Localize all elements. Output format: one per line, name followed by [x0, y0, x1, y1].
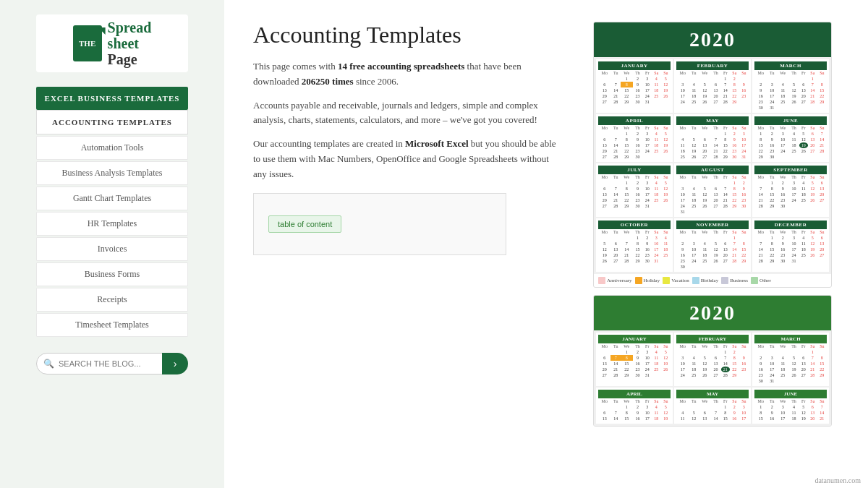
logo-icon-text: THE — [79, 39, 95, 48]
intro1-bold2: 206250 times — [302, 76, 354, 87]
excel-templates-header: EXCEL BUSINESS TEMPLATES — [36, 87, 188, 110]
month-february: FEBRUARY MoTuWeThFrSaSu 12 3456789 10111… — [674, 59, 751, 113]
month2-march: MARCH MoTuWeThFrSaSu 1 2345678 910111213… — [752, 333, 829, 386]
toc-section: table of content — [253, 193, 506, 255]
legend-other-label: Other — [760, 278, 771, 283]
legend-business-dot — [721, 277, 728, 284]
legend-holiday-label: Holiday — [644, 278, 660, 283]
legend-other-dot — [751, 277, 758, 284]
legend-vacation-dot — [663, 277, 670, 284]
intro-paragraph-2: Accounts payable and receivable, journal… — [253, 98, 564, 129]
sidebar-item-invoices[interactable]: Invoices — [36, 237, 188, 261]
calendar-card-2: 2020 JANUARY MoTuWeThFrSaSu 12345 678910… — [593, 295, 832, 427]
legend-birthday-dot — [692, 277, 699, 284]
sidebar-item-receipts[interactable]: Receipts — [36, 288, 188, 312]
legend-vacation: Vacation — [663, 277, 689, 284]
legend-business: Business — [721, 277, 748, 284]
sidebar-item-automation[interactable]: Automation Tools — [36, 136, 188, 160]
cal1-legend: Anniversary Holiday Vacation Birthday — [594, 274, 831, 287]
month-march: MARCH MoTuWeThFrSaSu 1 2345678 910111213… — [752, 59, 829, 113]
month-may: MAY MoTuWeThFrSaSu 123 45678910 11121314… — [674, 114, 751, 162]
watermark: datanumen.com — [814, 476, 861, 484]
legend-anniversary-dot — [598, 277, 605, 284]
logo-text: Spread sheet Page — [108, 20, 152, 67]
legend-business-label: Business — [730, 278, 748, 283]
sidebar-item-hr[interactable]: HR Templates — [36, 212, 188, 236]
search-icon: 🔍 — [43, 359, 54, 369]
month-october: OCTOBER MoTuWeThFrSaSu 1234 567891011 12… — [596, 218, 673, 272]
sidebar-item-business-analysis[interactable]: Business Analysis Templates — [36, 161, 188, 185]
intro1-text: This page comes with — [253, 61, 338, 72]
cal2-grid: JANUARY MoTuWeThFrSaSu 12345 6789101112 … — [594, 330, 831, 426]
content-layout: Accounting Templates This page comes wit… — [253, 22, 839, 427]
legend-anniversary: Anniversary — [598, 277, 632, 284]
logo-icon: THE — [73, 25, 102, 61]
intro3-start: Our accounting templates are created in — [253, 138, 405, 149]
legend-holiday: Holiday — [635, 277, 660, 284]
month-august: AUGUST MoTuWeThFrSaSu 12 3456789 1011121… — [674, 163, 751, 217]
month2-june: JUNE MoTuWeThFrSaSu 1234567 891011121314… — [752, 388, 829, 424]
month2-february: FEBRUARY MoTuWeThFrSaSu 12 3456789 10111… — [674, 333, 751, 386]
logo: THE Spread sheet Page — [36, 14, 188, 72]
sidebar-item-timesheet[interactable]: Timesheet Templates — [36, 313, 188, 337]
nav-section: EXCEL BUSINESS TEMPLATES ACCOUNTING TEMP… — [36, 87, 188, 337]
calendar-card-1: 2020 JANUARY MoTuWeThFrSaSu 12345 678910… — [593, 22, 832, 288]
page-title: Accounting Templates — [253, 22, 564, 48]
main-content: Accounting Templates This page comes wit… — [224, 0, 868, 488]
search-button[interactable]: › — [162, 353, 188, 374]
cal1-header: 2020 — [594, 22, 831, 57]
text-section: Accounting Templates This page comes wit… — [253, 22, 564, 255]
legend-birthday-label: Birthday — [701, 278, 719, 283]
month2-january: JANUARY MoTuWeThFrSaSu 12345 6789101112 … — [596, 333, 673, 386]
cal1-grid: JANUARY MoTuWeThFrSaSu 12345 6789101112 … — [594, 57, 831, 274]
logo-line3: Page — [108, 51, 152, 67]
legend-holiday-dot — [635, 277, 642, 284]
legend-anniversary-label: Anniversary — [607, 278, 632, 283]
intro1-bold: 14 free accounting spreadsheets — [338, 61, 464, 72]
logo-line2: sheet — [108, 35, 152, 51]
toc-button[interactable]: table of content — [268, 215, 341, 233]
month-september: SEPTEMBER MoTuWeThFrSaSu 123456 78910111… — [752, 163, 829, 217]
legend-vacation-label: Vacation — [671, 278, 689, 283]
search-box: 🔍 › — [36, 353, 188, 374]
sidebar-item-business-forms[interactable]: Business Forms — [36, 262, 188, 286]
sidebar-item-gantt[interactable]: Gantt Chart Templates — [36, 187, 188, 210]
legend-birthday: Birthday — [692, 277, 719, 284]
intro-paragraph-3: Our accounting templates are created in … — [253, 137, 564, 181]
accounting-templates-nav[interactable]: ACCOUNTING TEMPLATES — [36, 110, 188, 134]
sidebar: THE Spread sheet Page EXCEL BUSINESS TEM… — [0, 0, 224, 488]
month-april: APRIL MoTuWeThFrSaSu 12345 6789101112 13… — [596, 114, 673, 162]
month-january: JANUARY MoTuWeThFrSaSu 12345 6789101112 … — [596, 59, 673, 113]
month-november: NOVEMBER MoTuWeThFrSaSu 1 2345678 910111… — [674, 218, 751, 272]
month-july: JULY MoTuWeThFrSaSu 12345 6789101112 131… — [596, 163, 673, 217]
intro3-bold: Microsoft Excel — [405, 138, 468, 149]
month2-may: MAY MoTuWeThFrSaSu 123 45678910 11121314… — [674, 388, 751, 424]
logo-line1: Spread — [108, 20, 152, 35]
intro1-rest2: since 2006. — [354, 76, 399, 87]
intro-paragraph-1: This page comes with 14 free accounting … — [253, 59, 564, 90]
month-december: DECEMBER MoTuWeThFrSaSu 123456 789101112… — [752, 218, 829, 272]
legend-other: Other — [751, 277, 771, 284]
month2-april: APRIL MoTuWeThFrSaSu 12345 6789101112 13… — [596, 388, 673, 424]
calendar-previews: 2020 JANUARY MoTuWeThFrSaSu 12345 678910… — [593, 22, 839, 427]
month-june: JUNE MoTuWeThFrSaSu 1234567 891011121314… — [752, 114, 829, 162]
cal2-header: 2020 — [594, 296, 831, 330]
